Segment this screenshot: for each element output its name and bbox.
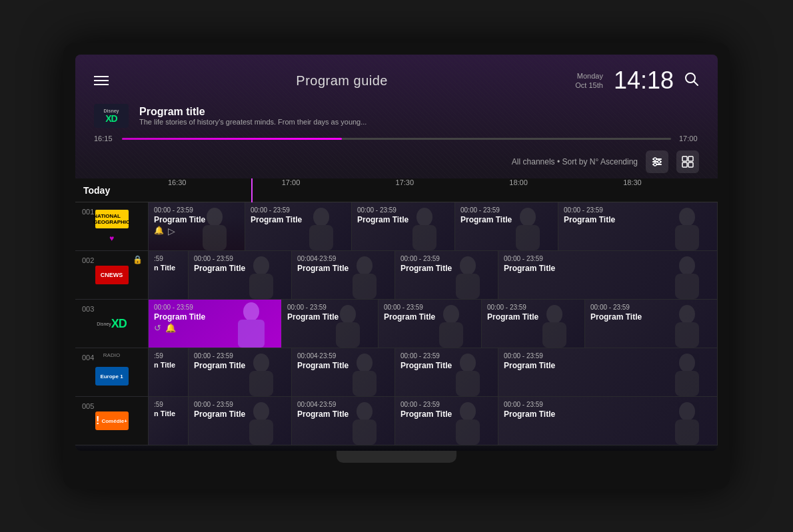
- programs-003: 00:00 - 23:59 Program Title ↺ 🔔 00:00 - …: [149, 300, 718, 348]
- replay-icon[interactable]: ↺: [154, 323, 161, 333]
- channel-num-005: 005: [82, 402, 94, 410]
- program-cell[interactable]: 00:00 - 23:59Program Title: [498, 397, 718, 445]
- program-cell[interactable]: 00:00 - 23:59Program Title: [189, 251, 292, 299]
- europe1-logo: Europe 1: [95, 367, 129, 386]
- epg-grid: 001 NATIONALGEOGRAPHIC ♥ FREE 1 00:00 - …: [75, 202, 718, 445]
- start-time: 16:15: [94, 134, 114, 142]
- program-cell[interactable]: 00:00 - 23:59Program Title: [498, 251, 718, 299]
- time-marker-1830: 18:30: [623, 178, 642, 186]
- program-cell[interactable]: 00:00 - 23:59Program Title: [245, 202, 352, 250]
- channel-info-001: 001 NATIONALGEOGRAPHIC ♥ FREE 1: [75, 202, 149, 250]
- natgeo-logo: NATIONALGEOGRAPHIC: [95, 210, 129, 228]
- programs-004: :59n Title 00:00 - 23:59Program Title 00…: [149, 348, 718, 396]
- program-cell[interactable]: 00:00 - 23:59 Program Title 🔔 ▷: [149, 202, 245, 250]
- svg-point-7: [654, 163, 656, 166]
- bell-icon[interactable]: 🔔: [165, 323, 176, 333]
- program-cell[interactable]: :59n Title: [149, 251, 189, 299]
- channel-num-002: 002: [82, 256, 94, 264]
- menu-icon[interactable]: [94, 76, 109, 85]
- featured-channel-logo: Disney XD: [94, 104, 129, 128]
- program-cell[interactable]: 00:00 - 23:59Program Title: [558, 202, 718, 250]
- programs-001: 00:00 - 23:59 Program Title 🔔 ▷ 00:00 - …: [149, 202, 718, 250]
- program-cell[interactable]: 00:004·23:59Program Title: [292, 348, 395, 396]
- current-time-line: [251, 178, 253, 202]
- svg-point-5: [654, 158, 656, 160]
- program-icons: 🔔 ▷: [154, 226, 239, 236]
- program-cell[interactable]: 00:00 - 23:59Program Title: [585, 300, 718, 348]
- program-cell-active[interactable]: 00:00 - 23:59 Program Title ↺ 🔔: [149, 300, 282, 348]
- channel-info-005: 005 ! Comédie+: [75, 397, 149, 445]
- channel-row-003: 003 Disney XD 00:00: [75, 300, 718, 348]
- featured-program: Disney XD Program title The life stories…: [75, 101, 718, 134]
- channel-info-003: 003 Disney XD: [75, 300, 149, 348]
- svg-rect-8: [682, 156, 687, 161]
- program-cell[interactable]: 00:00 - 23:59Program Title: [482, 300, 585, 348]
- radio-badge: RADIO: [103, 352, 120, 358]
- channel-row-004: 004 RADIO Europe 1 :59n Title 00:00 - 23…: [75, 348, 718, 397]
- time-marker-1730: 17:30: [396, 178, 414, 186]
- progress-bar: [122, 138, 671, 140]
- filter-settings-button[interactable]: [646, 150, 668, 173]
- time-marker-1800: 18:00: [509, 178, 528, 186]
- disneyxd-logo: Disney XD: [95, 314, 129, 333]
- tv-frame: Program guide Monday Oct 15th 14:18: [63, 43, 730, 489]
- svg-line-1: [694, 81, 698, 85]
- active-program-title: Program Title: [154, 312, 276, 322]
- channel-row-001: 001 NATIONALGEOGRAPHIC ♥ FREE 1 00:00 - …: [75, 202, 718, 251]
- program-cell[interactable]: 00:00 - 23:59Program Title: [395, 397, 498, 445]
- channel-row-005: 005 ! Comédie+ :59n Title 00:00 - 23:59P…: [75, 397, 718, 445]
- featured-program-details: Program title The life stories of histor…: [139, 106, 367, 126]
- channel-info-004: 004 RADIO Europe 1: [75, 348, 149, 396]
- filter-bar: All channels • Sort by N° Ascending: [75, 148, 718, 178]
- active-program-time: 00:00 - 23:59: [154, 304, 276, 311]
- program-cell[interactable]: 00:00 - 23:59Program Title: [395, 251, 498, 299]
- bell-icon[interactable]: 🔔: [154, 226, 164, 236]
- program-cell[interactable]: 00:00 - 23:59Program Title: [282, 300, 379, 348]
- program-cell[interactable]: 00:00 - 23:59Program Title: [498, 348, 718, 396]
- today-label: Today: [75, 185, 149, 196]
- program-cell[interactable]: 00:00 - 23:59Program Title: [455, 202, 558, 250]
- header: Program guide Monday Oct 15th 14:18: [75, 55, 718, 101]
- bottom-fade: [75, 445, 718, 451]
- timeline-header: Today 16:30 17:00 17:30 18:00 18:30: [75, 178, 718, 202]
- program-cell[interactable]: 00:00 - 23:59Program Title: [189, 348, 292, 396]
- channel-row-002: 002 CNEWS 🔒 :59n Title 00:00 - 23:59Prog…: [75, 251, 718, 300]
- program-cell[interactable]: 00:00 - 23:59Program Title: [395, 348, 498, 396]
- page-title: Program guide: [296, 73, 388, 89]
- tv-screen: Program guide Monday Oct 15th 14:18: [75, 55, 718, 451]
- all-channels-filter[interactable]: All channels • Sort by N° Ascending: [512, 157, 638, 166]
- play-icon[interactable]: ▷: [168, 226, 175, 236]
- program-cell[interactable]: 00:00 - 23:59Program Title: [379, 300, 482, 348]
- programs-002: :59n Title 00:00 - 23:59Program Title 00…: [149, 251, 718, 299]
- search-button[interactable]: [684, 72, 699, 90]
- time-marker-1700: 17:00: [282, 178, 301, 186]
- channel-num-003: 003: [82, 305, 94, 313]
- svg-rect-10: [682, 162, 687, 167]
- featured-description: The life stories of history's greatest m…: [139, 118, 367, 126]
- lock-icon: 🔒: [133, 255, 143, 264]
- program-cell[interactable]: 00:00 - 23:59Program Title: [189, 397, 292, 445]
- program-cell[interactable]: :59n Title: [149, 348, 189, 396]
- filter-search-button[interactable]: [676, 150, 699, 173]
- time-marker-1630: 16:30: [168, 178, 187, 186]
- cnews-logo: CNEWS: [95, 266, 129, 284]
- featured-title: Program title: [139, 106, 367, 118]
- program-cell[interactable]: 00:004·23:59Program Title: [292, 397, 395, 445]
- program-cell[interactable]: 00:004·23:59Program Title: [292, 251, 395, 299]
- time-display: 14:18: [614, 67, 674, 95]
- end-time: 17:00: [679, 134, 699, 142]
- comedie-logo: ! Comédie+: [95, 411, 129, 430]
- active-program-icons: ↺ 🔔: [154, 323, 276, 333]
- program-cell[interactable]: :59n Title: [149, 397, 189, 445]
- program-time: 00:00 - 23:59: [154, 206, 239, 214]
- progress-fill: [122, 138, 342, 140]
- channel-num-001: 001: [82, 208, 94, 216]
- programs-005: :59n Title 00:00 - 23:59Program Title 00…: [149, 397, 718, 445]
- timeline-times: 16:30 17:00 17:30 18:00 18:30: [149, 178, 718, 202]
- tv-stand: [337, 451, 456, 463]
- favorite-icon-001[interactable]: ♥: [109, 234, 114, 243]
- channel-info-002: 002 CNEWS 🔒: [75, 251, 149, 299]
- program-cell[interactable]: 00:00 - 23:59Program Title: [352, 202, 455, 250]
- program-overlay: 00:00 - 23:59 Program Title 🔔 ▷: [149, 202, 245, 250]
- program-title: Program Title: [154, 215, 239, 224]
